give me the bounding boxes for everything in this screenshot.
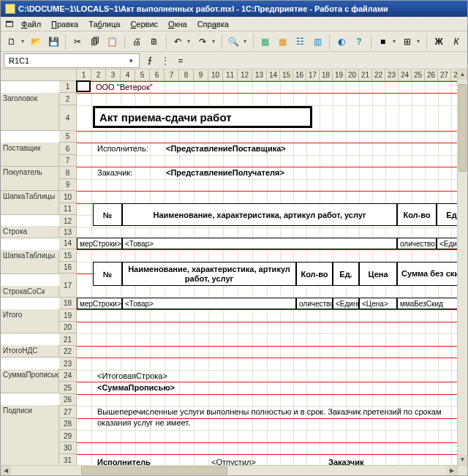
col-header[interactable]: 22 bbox=[372, 69, 385, 81]
select-all-corner[interactable] bbox=[1, 69, 77, 81]
row-header[interactable]: 9 bbox=[59, 179, 77, 191]
scroll-down-icon[interactable]: ▼ bbox=[458, 455, 467, 465]
calc2-button[interactable]: ▦ bbox=[275, 34, 291, 50]
redo-drop-icon[interactable]: ▾ bbox=[212, 38, 218, 45]
section-label[interactable]: Поставщик bbox=[1, 143, 59, 167]
row-header[interactable]: 17 bbox=[59, 273, 77, 298]
scroll-right-icon[interactable]: ▶ bbox=[447, 466, 457, 475]
bold-button[interactable]: Ж bbox=[431, 34, 447, 50]
paste-button[interactable]: 📋 bbox=[105, 34, 121, 50]
row-header[interactable]: 20 bbox=[59, 322, 77, 333]
section-label[interactable]: Покупатель bbox=[1, 167, 59, 191]
col-header[interactable]: 1 bbox=[77, 69, 91, 81]
titlebar[interactable]: C:\DOCUME~1\LOCALS~1\Акт выполненных раб… bbox=[1, 1, 467, 17]
row-header[interactable]: 13 bbox=[59, 227, 77, 238]
menu-help[interactable]: Справка bbox=[193, 19, 233, 29]
section-label[interactable]: ШапкаТаблицы bbox=[1, 191, 59, 215]
menu-table[interactable]: Таблица bbox=[84, 19, 124, 29]
menu-edit[interactable]: Правка bbox=[47, 19, 83, 29]
row-header[interactable]: 2 bbox=[59, 93, 77, 105]
undo-drop-icon[interactable]: ▾ bbox=[187, 38, 193, 45]
col-header[interactable]: 6 bbox=[150, 69, 165, 81]
col-header[interactable]: 17 bbox=[306, 69, 320, 81]
col-header[interactable]: 11 bbox=[223, 69, 238, 81]
col-header[interactable]: 3 bbox=[106, 69, 121, 81]
row-header[interactable]: 18 bbox=[59, 298, 77, 309]
new-drop-icon[interactable]: ▾ bbox=[21, 38, 27, 45]
col-header[interactable]: 25 bbox=[412, 69, 425, 81]
row-header[interactable]: 29 bbox=[59, 430, 77, 442]
tree-button[interactable]: ☷ bbox=[292, 34, 308, 50]
row-header[interactable]: 24 bbox=[59, 370, 77, 382]
row-header[interactable]: 11 bbox=[59, 203, 77, 215]
print-button[interactable]: 🖨 bbox=[129, 34, 145, 50]
calc1-button[interactable]: ▦ bbox=[257, 34, 273, 50]
section-label[interactable]: ИтогоНДС bbox=[1, 345, 59, 358]
row-header[interactable]: 30 bbox=[59, 442, 77, 454]
col-header[interactable]: 16 bbox=[293, 69, 306, 81]
col-header[interactable]: 15 bbox=[280, 69, 293, 81]
namebox-drop-icon[interactable]: ▾ bbox=[127, 57, 136, 64]
menu-windows[interactable]: Окна bbox=[164, 19, 192, 29]
section-label[interactable]: СтрокаСоСк bbox=[1, 286, 59, 298]
scroll-up-icon[interactable]: ▲ bbox=[458, 69, 467, 80]
redo-button[interactable]: ↷ bbox=[195, 34, 211, 50]
row-header[interactable]: 1 bbox=[59, 81, 77, 93]
col-header[interactable]: 13 bbox=[252, 69, 267, 81]
save-button[interactable]: 💾 bbox=[46, 34, 62, 50]
fx-button[interactable]: ⨍ bbox=[143, 56, 157, 65]
row-header[interactable]: 14 bbox=[59, 238, 77, 249]
row-header[interactable]: 7 bbox=[59, 155, 77, 167]
row-header[interactable]: 28 bbox=[59, 418, 77, 430]
name-box-input[interactable] bbox=[7, 56, 127, 66]
row-header[interactable]: 16 bbox=[59, 262, 77, 273]
row-header[interactable]: 27 bbox=[59, 406, 77, 418]
col-header[interactable]: 20 bbox=[346, 69, 359, 81]
row-header[interactable]: 6 bbox=[59, 143, 77, 155]
horizontal-scrollbar[interactable]: ◀ ▶ bbox=[1, 465, 457, 475]
preview-button[interactable]: 🗎 bbox=[146, 34, 162, 50]
row-header[interactable]: 21 bbox=[59, 333, 77, 346]
col-header[interactable]: 2 bbox=[91, 69, 106, 81]
row-header[interactable]: 25 bbox=[59, 382, 77, 394]
col-header[interactable]: 21 bbox=[359, 69, 372, 81]
col-header[interactable]: 10 bbox=[208, 69, 223, 81]
form-button[interactable]: ▥ bbox=[309, 34, 325, 50]
vertical-scrollbar[interactable]: ▲ ▼ bbox=[457, 69, 467, 465]
row-header[interactable]: 12 bbox=[59, 215, 77, 227]
undo-button[interactable]: ↶ bbox=[170, 34, 186, 50]
cell-drop-icon[interactable]: ▾ bbox=[417, 38, 423, 45]
section-label[interactable]: СуммаПрописью bbox=[1, 369, 59, 393]
col-header[interactable]: 18 bbox=[320, 69, 333, 81]
section-label[interactable]: Строка bbox=[1, 226, 59, 238]
col-header[interactable]: 4 bbox=[121, 69, 135, 81]
help-button[interactable]: ? bbox=[351, 34, 367, 50]
col-header[interactable]: 27 bbox=[438, 69, 451, 81]
row-header[interactable]: 26 bbox=[59, 394, 77, 406]
new-button[interactable]: 🗋 bbox=[4, 34, 20, 50]
section-label[interactable]: Заголовок bbox=[1, 93, 59, 131]
col-header[interactable]: 26 bbox=[425, 69, 438, 81]
mode1-button[interactable]: ◐ bbox=[333, 34, 350, 50]
section-label[interactable]: ШапкаТаблицы bbox=[1, 250, 59, 274]
cut-button[interactable]: ✂ bbox=[69, 34, 86, 50]
name-box[interactable]: ▾ bbox=[4, 53, 140, 68]
col-header[interactable]: 19 bbox=[333, 69, 346, 81]
sheet-area[interactable]: ООО "Ветерок" Акт приема-сдачи работ Исп… bbox=[77, 81, 467, 475]
scroll-left-icon[interactable]: ◀ bbox=[1, 466, 11, 475]
border-button[interactable]: ■ bbox=[375, 34, 391, 50]
section-label[interactable]: Итого bbox=[1, 309, 59, 333]
col-header[interactable]: 9 bbox=[194, 69, 208, 81]
col-header[interactable]: 8 bbox=[179, 69, 194, 81]
cell-button[interactable]: ⊞ bbox=[399, 34, 415, 50]
col-header[interactable]: 12 bbox=[238, 69, 252, 81]
menu-file[interactable]: Файл bbox=[17, 19, 45, 29]
copy-button[interactable]: 🗐 bbox=[87, 34, 103, 50]
col-header[interactable]: 7 bbox=[165, 69, 179, 81]
row-header[interactable]: 22 bbox=[59, 346, 77, 358]
open-button[interactable]: 📂 bbox=[29, 34, 45, 50]
menu-service[interactable]: Сервис bbox=[126, 19, 162, 29]
row-header[interactable]: 5 bbox=[59, 131, 77, 143]
row-header[interactable]: 4 bbox=[59, 105, 77, 131]
find-button[interactable]: 🔍 bbox=[226, 34, 242, 50]
